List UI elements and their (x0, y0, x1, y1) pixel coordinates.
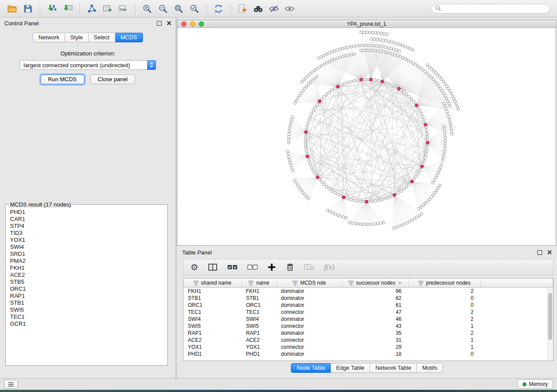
close-panel-button[interactable]: Close panel (90, 75, 135, 84)
column-header-predecessor-nodes[interactable]: predecessor nodes (408, 279, 481, 288)
memory-button[interactable]: Memory (517, 379, 553, 389)
optimization-select-value: largest connected component (undirected) (24, 62, 130, 69)
zoom-fit-icon[interactable] (172, 3, 185, 15)
mcds-result-item[interactable]: STB5 (6, 279, 167, 285)
table-row[interactable]: RAP1RAP1dominator352 (183, 330, 553, 337)
tab-mcds[interactable]: MCDS (115, 33, 143, 42)
unselect-all-columns-icon[interactable] (247, 262, 258, 272)
mcds-result-item[interactable]: STP4 (6, 223, 167, 230)
delete-row-icon[interactable] (286, 262, 294, 272)
table-panel-title: Table Panel (182, 249, 212, 256)
network-canvas[interactable] (177, 28, 556, 246)
table-row[interactable]: TEC1TEC1connector472 (183, 309, 553, 316)
search-icon (435, 5, 441, 13)
column-header-shared-name[interactable]: shared name (183, 279, 242, 288)
zoom-selected-icon[interactable] (188, 3, 201, 15)
minimize-window-icon[interactable] (190, 21, 195, 27)
tab-style[interactable]: Style (65, 33, 89, 42)
close-table-panel-icon[interactable] (547, 249, 552, 256)
mcds-result-list: PHD1CAR1STP4TID3YOX1SWI4SRD1PMA2FKH1ACE2… (6, 209, 167, 327)
function-builder-icon: f(x) (324, 263, 335, 272)
export-image-icon[interactable] (117, 3, 130, 15)
table-row[interactable]: ACE2ACE2connector311 (183, 337, 553, 344)
mcds-result-item[interactable]: YOX1 (6, 237, 167, 244)
table-toolbar: ⚙ f(x) (183, 259, 554, 275)
table-row[interactable]: SWI5SWI5connector431 (183, 323, 553, 330)
tab-node-table[interactable]: Node Table (291, 363, 331, 373)
mcds-result-item[interactable]: FKH1 (6, 265, 167, 272)
mcds-result-item[interactable]: ACE2 (6, 272, 167, 279)
column-header-name[interactable]: name (242, 279, 277, 288)
tab-network-table[interactable]: Network Table (370, 363, 417, 373)
table-scrollbar-thumb[interactable] (548, 293, 552, 340)
show-columns-icon[interactable] (208, 262, 218, 272)
table-row[interactable]: ORC1ORC1dominator610 (183, 302, 553, 309)
network-window: YPA_prune.txt_1 (177, 20, 556, 246)
search-input[interactable] (443, 5, 546, 12)
open-session-icon[interactable] (6, 3, 19, 15)
new-network-icon[interactable] (85, 3, 98, 15)
table-row[interactable]: STB1STB1dominator620 (183, 295, 553, 302)
mcds-result-item[interactable]: RAP1 (6, 292, 167, 299)
mcds-result-item[interactable]: CAR1 (6, 216, 167, 223)
mcds-result-item[interactable]: STB1 (6, 299, 167, 306)
mcds-result-item[interactable]: SWI4 (6, 244, 167, 251)
control-panel: Control Panel Network Style Select MCDS … (0, 17, 176, 378)
main-toolbar (0, 0, 557, 17)
network-search-box[interactable] (431, 4, 550, 14)
mcds-result-item[interactable]: GCR1 (6, 320, 167, 327)
zoom-in-icon[interactable] (141, 3, 154, 15)
search-network-icon[interactable] (252, 3, 265, 15)
save-session-icon[interactable] (21, 3, 35, 15)
table-scrollbar[interactable] (547, 288, 553, 361)
show-all-icon[interactable] (283, 3, 296, 15)
table-row[interactable]: YOX1YOX1connector291 (183, 344, 553, 351)
table-panel: Table Panel ⚙ (177, 247, 557, 378)
table-row[interactable]: PHD1PHD1dominator180 (183, 351, 553, 358)
zoom-out-icon[interactable] (156, 3, 170, 15)
control-panel-title: Control Panel (4, 20, 39, 27)
import-network-icon[interactable] (45, 3, 59, 15)
memory-button-label: Memory (529, 381, 548, 387)
mcds-result-item[interactable]: PMA2 (6, 258, 167, 265)
mcds-result-item[interactable]: SRD1 (6, 251, 167, 258)
control-panel-tabs: Network Style Select MCDS (0, 33, 176, 42)
control-panel-header: Control Panel (0, 17, 176, 29)
mcds-result-item[interactable]: PHD1 (6, 209, 167, 216)
float-panel-icon[interactable] (157, 21, 162, 26)
table-row[interactable]: FKH1FKH1dominator962 (183, 288, 553, 295)
float-table-panel-icon[interactable] (537, 250, 542, 255)
show-panels-icon[interactable] (4, 380, 18, 389)
close-panel-icon[interactable] (167, 20, 171, 27)
export-network-icon[interactable] (236, 3, 249, 15)
add-row-icon[interactable] (267, 262, 276, 272)
tab-select[interactable]: Select (89, 33, 115, 42)
select-all-columns-icon[interactable] (227, 262, 238, 272)
tab-edge-table[interactable]: Edge Table (331, 363, 370, 373)
mcds-result-item[interactable]: SWI5 (6, 306, 167, 313)
column-header-successor-nodes[interactable]: successor nodes (342, 279, 408, 288)
mcds-result-item[interactable]: ORC1 (6, 285, 167, 292)
mcds-result-box: MCDS result (17 nodes) PHD1CAR1STP4TID3Y… (5, 201, 168, 366)
node-table-body: FKH1FKH1dominator962STB1STB1dominator620… (183, 288, 553, 358)
toolbar-separator (40, 3, 40, 14)
optimization-criterion-label: Optimization criterion: (0, 50, 176, 57)
optimization-select[interactable]: largest connected component (undirected) (20, 60, 156, 70)
mcds-result-item[interactable]: TID3 (6, 230, 167, 237)
import-table-icon[interactable] (61, 3, 74, 15)
column-header-MCDS-role[interactable]: MCDS role (277, 279, 342, 288)
apply-layout-icon[interactable] (212, 3, 225, 15)
run-mcds-button[interactable]: Run MCDS (41, 75, 84, 84)
mcds-result-item[interactable]: TEC1 (6, 313, 167, 320)
window-traffic-lights (181, 21, 204, 27)
tab-network[interactable]: Network (33, 33, 65, 42)
maximize-window-icon[interactable] (199, 21, 204, 27)
dropdown-stepper-icon[interactable] (147, 60, 156, 70)
hide-selected-icon[interactable] (267, 3, 280, 15)
network-window-titlebar[interactable]: YPA_prune.txt_1 (177, 20, 556, 28)
new-table-icon[interactable] (101, 3, 114, 15)
tab-motifs[interactable]: Motifs (417, 363, 443, 373)
close-window-icon[interactable] (181, 21, 187, 27)
table-row[interactable]: SWI4SWI4dominator462 (183, 316, 553, 323)
gear-icon[interactable]: ⚙ (190, 262, 198, 272)
